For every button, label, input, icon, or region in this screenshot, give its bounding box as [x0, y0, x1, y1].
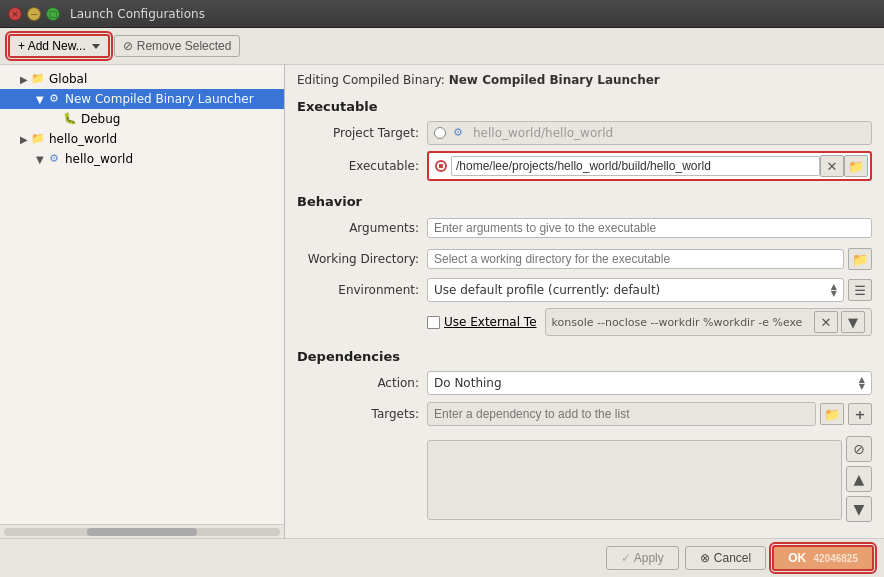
- use-external-terminal-checkbox[interactable]: [427, 316, 440, 329]
- dialog: + Add New... ⊘ Remove Selected ▶ 📁 Globa…: [0, 28, 884, 577]
- dependencies-section-title: Dependencies: [297, 349, 872, 364]
- targets-label: Targets:: [297, 407, 427, 421]
- executable-path-input[interactable]: [451, 156, 820, 176]
- tree-label-hello-world-folder: hello_world: [49, 132, 117, 146]
- terminal-command-field: konsole --noclose --workdir %workdir -e …: [545, 308, 872, 336]
- terminal-dropdown-button[interactable]: ▼: [841, 311, 865, 333]
- terminal-command-value: konsole --noclose --workdir %workdir -e …: [552, 316, 803, 329]
- right-panel: Editing Compiled Binary: New Compiled Bi…: [285, 65, 884, 538]
- environment-select[interactable]: Use default profile (currently: default)…: [427, 278, 844, 302]
- tree-label-new-compiled: New Compiled Binary Launcher: [65, 92, 254, 106]
- project-target-radio[interactable]: [434, 127, 446, 139]
- environment-label: Environment:: [297, 283, 427, 297]
- clear-terminal-button[interactable]: ✕: [814, 311, 838, 333]
- executable-control: ✕ 📁: [427, 151, 872, 181]
- remove-dep-icon: ⊘: [853, 441, 865, 457]
- scrollbar-thumb: [87, 528, 197, 536]
- apply-label: Apply: [634, 551, 664, 565]
- move-down-icon: ▼: [854, 501, 865, 517]
- window-controls: × − □: [8, 7, 60, 21]
- environment-row: Environment: Use default profile (curren…: [297, 277, 872, 303]
- terminal-dropdown-icon: ▼: [848, 315, 858, 330]
- project-target-row: Project Target: ⚙ hello_world/hello_worl…: [297, 120, 872, 146]
- tree-item-hello-world-config[interactable]: ▼ ⚙ hello_world: [0, 149, 284, 169]
- working-dir-input[interactable]: [427, 249, 844, 269]
- close-button[interactable]: ×: [8, 7, 22, 21]
- apply-icon: ✓: [621, 551, 634, 565]
- hw-folder-tri: ▶: [20, 134, 30, 145]
- project-icon: ⚙: [450, 125, 466, 141]
- executable-label: Executable:: [297, 159, 427, 173]
- executable-row: Executable: ✕ 📁: [297, 151, 872, 181]
- scrollbar-track: [4, 528, 280, 536]
- targets-row: Targets: 📁 +: [297, 401, 872, 427]
- add-new-button[interactable]: + Add New...: [8, 34, 110, 58]
- browse-executable-button[interactable]: 📁: [844, 155, 868, 177]
- behavior-section-title: Behavior: [297, 194, 872, 209]
- maximize-button[interactable]: □: [46, 7, 60, 21]
- dep-side-buttons: ⊘ ▲ ▼: [846, 436, 872, 522]
- move-down-button[interactable]: ▼: [846, 496, 872, 522]
- targets-input-row: 📁 +: [427, 402, 872, 426]
- maximize-icon: □: [49, 9, 58, 19]
- cancel-label: Cancel: [714, 551, 751, 565]
- executable-highlighted-field: ✕ 📁: [427, 151, 872, 181]
- title-bar: × − □ Launch Configurations: [0, 0, 884, 28]
- targets-input[interactable]: [427, 402, 816, 426]
- ok-label: OK: [788, 551, 806, 565]
- working-dir-label: Working Directory:: [297, 252, 427, 266]
- tree-item-debug[interactable]: 🐛 Debug: [0, 109, 284, 129]
- targets-list[interactable]: [427, 440, 842, 520]
- browse-icon: 📁: [848, 159, 864, 174]
- tree-view: ▶ 📁 Global ▼ ⚙ New Compiled Binary Launc…: [0, 65, 284, 524]
- clear-terminal-icon: ✕: [821, 315, 832, 330]
- cancel-icon: ⊗: [700, 551, 710, 565]
- project-target-label: Project Target:: [297, 126, 427, 140]
- tree-item-hello-world-folder[interactable]: ▶ 📁 hello_world: [0, 129, 284, 149]
- ok-button[interactable]: OK 42046825: [772, 545, 874, 571]
- action-row: Action: Do Nothing ▲▼: [297, 370, 872, 396]
- remove-selected-button[interactable]: ⊘ Remove Selected: [114, 35, 241, 57]
- add-new-label: + Add New...: [18, 39, 86, 53]
- environment-manage-button[interactable]: ☰: [848, 279, 872, 301]
- toolbar: + Add New... ⊘ Remove Selected: [0, 28, 884, 65]
- left-panel: ▶ 📁 Global ▼ ⚙ New Compiled Binary Launc…: [0, 65, 285, 538]
- browse-working-dir-button[interactable]: 📁: [848, 248, 872, 270]
- action-select[interactable]: Do Nothing ▲▼: [427, 371, 872, 395]
- arguments-control: [427, 218, 872, 238]
- apply-button[interactable]: ✓ Apply: [606, 546, 679, 570]
- move-up-button[interactable]: ▲: [846, 466, 872, 492]
- action-control: Do Nothing ▲▼: [427, 371, 872, 395]
- editing-header: Editing Compiled Binary: New Compiled Bi…: [297, 73, 872, 87]
- action-label: Action:: [297, 376, 427, 390]
- environment-value: Use default profile (currently: default): [434, 283, 660, 297]
- dropdown-arrow-icon: [92, 44, 100, 49]
- arguments-input[interactable]: [427, 218, 872, 238]
- use-external-terminal-checkbox-label: Use External Te: [427, 315, 537, 329]
- clear-executable-button[interactable]: ✕: [820, 155, 844, 177]
- tree-scrollbar[interactable]: [0, 524, 284, 538]
- remove-dep-button[interactable]: ⊘: [846, 436, 872, 462]
- hw-config-tri: ▼: [36, 154, 46, 165]
- minimize-icon: −: [30, 9, 38, 19]
- editing-prefix: Editing Compiled Binary:: [297, 73, 445, 87]
- remove-icon: ⊘: [123, 39, 133, 53]
- project-target-field[interactable]: ⚙ hello_world/hello_world: [427, 121, 872, 145]
- browse-target-button[interactable]: 📁: [820, 403, 844, 425]
- cancel-button[interactable]: ⊗ Cancel: [685, 546, 766, 570]
- targets-control: 📁 +: [427, 402, 872, 426]
- folder-icon: 📁: [30, 71, 46, 87]
- browse-target-icon: 📁: [824, 407, 840, 422]
- tree-item-global[interactable]: ▶ 📁 Global: [0, 69, 284, 89]
- project-target-control: ⚙ hello_world/hello_world: [427, 121, 872, 145]
- tree-label-debug: Debug: [81, 112, 120, 126]
- tree-item-new-compiled[interactable]: ▼ ⚙ New Compiled Binary Launcher: [0, 89, 284, 109]
- add-target-button[interactable]: +: [848, 403, 872, 425]
- executable-radio-filled[interactable]: [435, 160, 447, 172]
- remove-label: Remove Selected: [137, 39, 232, 53]
- content-area: ▶ 📁 Global ▼ ⚙ New Compiled Binary Launc…: [0, 65, 884, 538]
- browse-working-dir-icon: 📁: [852, 252, 868, 267]
- minimize-button[interactable]: −: [27, 7, 41, 21]
- tree-label-global: Global: [49, 72, 87, 86]
- add-target-icon: +: [855, 407, 866, 422]
